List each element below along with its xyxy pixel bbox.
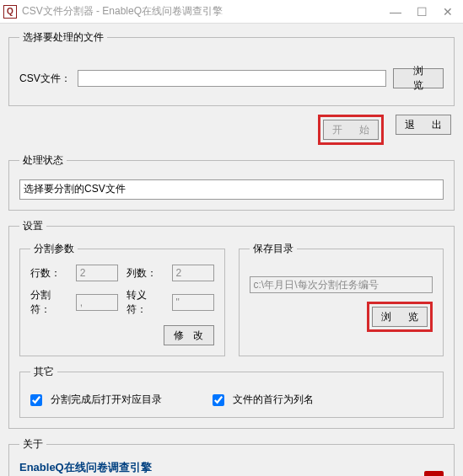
file-legend: 选择要处理的文件 [19,30,107,45]
other-legend: 其它 [30,365,57,379]
esc-label: 转义符： [127,288,164,317]
savedir-legend: 保存目录 [250,242,297,256]
start-button[interactable]: 开 始 [323,120,379,140]
savedir-browse-highlight: 浏 览 [367,302,433,332]
savedir-input [250,276,433,293]
settings-legend: 设置 [19,219,46,233]
maximize-button[interactable]: ☐ [417,5,428,19]
window-title: CSV文件分割器 - EnableQ在线问卷调查引擎 [22,4,390,19]
about-section: 关于 EnableQ在线问卷调查引擎 CSV文件分割器 V1.0 Copyrig… [8,437,455,476]
about-title: EnableQ在线问卷调查引擎 [19,460,275,475]
esc-input [172,294,214,311]
sep-input [76,294,118,311]
csv-file-label: CSV文件： [19,72,71,86]
csv-file-input[interactable] [78,70,386,87]
browse-file-button[interactable]: 浏 览 [393,68,444,88]
params-section: 分割参数 行数： 列数： 分割符： 转义符： 修 改 [19,242,225,356]
start-highlight: 开 始 [318,115,384,145]
rows-label: 行数： [30,266,67,281]
enableq-logo: EnableQ the power for online survey [372,471,444,477]
modify-button[interactable]: 修 改 [164,325,214,345]
sep-label: 分割符： [30,288,67,317]
about-legend: 关于 [19,437,46,452]
params-legend: 分割参数 [30,242,78,256]
other-section: 其它 分割完成后打开对应目录 文件的首行为列名 [19,365,444,418]
minimize-button[interactable]: — [390,5,401,19]
close-button[interactable]: ✕ [443,5,453,19]
file-section: 选择要处理的文件 CSV文件： 浏 览 [8,30,455,106]
cols-input [172,265,214,281]
status-text: 选择要分割的CSV文件 [19,179,444,200]
open-after-checkbox[interactable] [30,394,42,406]
first-row-header-checkbox[interactable] [213,394,224,406]
rows-input [76,265,118,281]
status-legend: 处理状态 [19,153,67,168]
open-after-label: 分割完成后打开对应目录 [51,393,162,407]
cols-label: 列数： [127,266,164,281]
savedir-browse-button[interactable]: 浏 览 [372,307,428,327]
app-icon: Q [3,5,17,19]
exit-button[interactable]: 退 出 [396,115,451,135]
first-row-header-label: 文件的首行为列名 [233,393,314,407]
savedir-section: 保存目录 浏 览 [239,242,444,356]
status-section: 处理状态 选择要分割的CSV文件 [8,153,455,211]
settings-section: 设置 分割参数 行数： 列数： 分割符： 转义符： 修 改 [8,219,455,429]
